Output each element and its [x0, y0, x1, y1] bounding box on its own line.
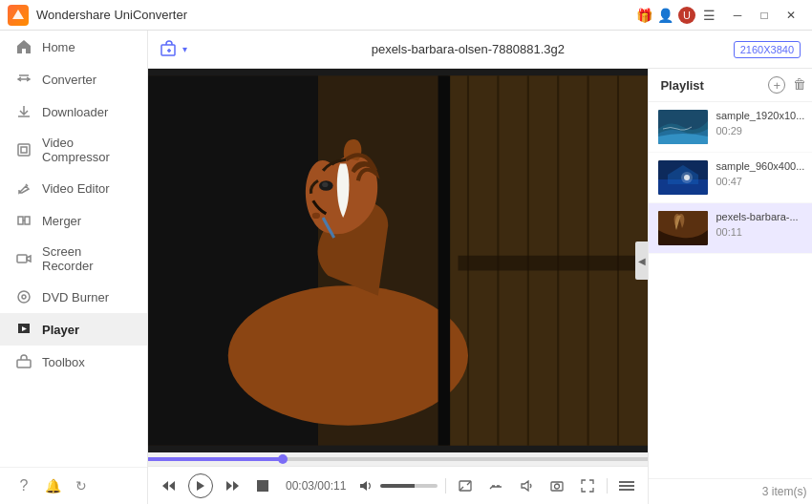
thumbnail-3	[658, 211, 708, 245]
progress-thumb[interactable]	[278, 454, 288, 464]
playlist-item-name: sample_1920x10...	[716, 110, 808, 121]
svg-rect-5	[17, 360, 31, 368]
playlist-item[interactable]: pexels-barbara-... 00:11	[649, 203, 812, 254]
volume-icon[interactable]	[353, 474, 376, 497]
notification-icon[interactable]: 🔔	[44, 477, 61, 494]
help-icon[interactable]: ?	[15, 477, 32, 494]
playlist-count: 3 item(s)	[649, 478, 812, 504]
converter-icon	[15, 71, 32, 88]
collapse-playlist-arrow[interactable]: ◀	[635, 242, 648, 280]
add-file-chevron: ▾	[182, 44, 187, 54]
editor-icon	[15, 179, 32, 197]
svg-marker-25	[197, 481, 204, 491]
skip-back-button[interactable]	[158, 474, 181, 497]
add-to-playlist-button[interactable]: +	[768, 76, 785, 94]
player-header: ▾ pexels-barbara-olsen-7880881.3g2 2160X…	[148, 31, 812, 69]
playlist-item-name: sample_960x400...	[716, 160, 808, 172]
profile-icon[interactable]: U	[678, 7, 695, 24]
screenshot-button[interactable]	[545, 474, 568, 497]
sidebar-item-downloader[interactable]: Downloader	[0, 95, 147, 128]
subtitle-button[interactable]	[484, 474, 507, 497]
player-icon	[15, 321, 32, 338]
progress-track[interactable]	[148, 457, 648, 461]
minimize-button[interactable]: ─	[724, 5, 751, 26]
playlist-item-duration: 00:29	[716, 125, 808, 136]
playlist-item-name: pexels-barbara-...	[716, 211, 808, 222]
sidebar-label-video-editor: Video Editor	[42, 181, 110, 196]
sidebar-item-toolbox[interactable]: Toolbox	[0, 346, 147, 378]
sidebar-label-video-compressor: Video Compressor	[42, 136, 132, 164]
playlist-items: sample_1920x10... 00:29	[649, 102, 812, 478]
app-title: Wondershare UniConverter	[36, 8, 636, 22]
sidebar-item-converter[interactable]: Converter	[0, 63, 147, 95]
playlist-item-duration: 00:11	[716, 226, 808, 238]
sidebar-item-home[interactable]: Home	[0, 31, 147, 63]
playlist-item[interactable]: sample_960x400... 00:47	[649, 153, 812, 203]
svg-point-3	[22, 295, 26, 299]
sidebar-label-merger: Merger	[42, 214, 81, 228]
svg-rect-32	[619, 481, 634, 483]
volume-slider[interactable]	[380, 484, 438, 488]
sidebar-item-video-editor[interactable]: Video Editor	[0, 172, 147, 204]
sidebar-item-dvd-burner[interactable]: DVD Burner	[0, 281, 147, 313]
playlist-item[interactable]: sample_1920x10... 00:29	[649, 102, 812, 153]
sidebar-item-merger[interactable]: Merger	[0, 204, 147, 237]
svg-rect-34	[619, 489, 634, 491]
sidebar-label-player: Player	[42, 323, 79, 337]
svg-marker-27	[233, 481, 239, 491]
svg-point-2	[18, 291, 30, 303]
playlist-item-info: sample_1920x10... 00:29	[716, 110, 808, 144]
user-icon[interactable]: 👤	[657, 8, 673, 23]
svg-point-19	[322, 182, 328, 187]
playlist-item-duration: 00:47	[716, 176, 808, 187]
sidebar-label-dvd-burner: DVD Burner	[42, 290, 109, 304]
sidebar-item-screen-recorder[interactable]: Screen Recorder	[0, 237, 147, 281]
stop-button[interactable]	[251, 474, 274, 497]
remove-from-playlist-button[interactable]: 🗑	[793, 76, 806, 94]
compress-icon	[15, 141, 32, 158]
svg-point-17	[228, 285, 468, 426]
titlebar: Wondershare UniConverter 🎁 👤 U ☰ ─ □ ✕	[0, 0, 812, 31]
fullscreen-button[interactable]	[576, 474, 599, 497]
player-main: ◀	[148, 69, 812, 504]
gift-icon[interactable]: 🎁	[636, 8, 652, 23]
sidebar-label-toolbox: Toolbox	[42, 355, 85, 369]
sync-icon[interactable]: ↻	[73, 477, 90, 494]
volume-area	[353, 474, 438, 497]
svg-rect-33	[619, 485, 634, 487]
svg-marker-23	[162, 481, 168, 491]
sidebar-item-player[interactable]: Player	[0, 313, 147, 346]
maximize-button[interactable]: □	[751, 5, 778, 26]
thumbnail-2	[658, 160, 708, 195]
main-layout: Home Converter Downloader Video Compress…	[0, 31, 812, 504]
svg-rect-21	[438, 75, 451, 445]
playlist-item-info: sample_960x400... 00:47	[716, 160, 808, 195]
svg-marker-26	[226, 481, 232, 491]
sidebar: Home Converter Downloader Video Compress…	[0, 31, 148, 504]
menu-button[interactable]	[615, 474, 638, 497]
fit-screen-button[interactable]	[454, 474, 477, 497]
close-button[interactable]: ✕	[778, 5, 804, 26]
thumbnail-1	[658, 110, 708, 144]
menu-icon[interactable]: ☰	[701, 8, 716, 23]
sidebar-label-screen-recorder: Screen Recorder	[42, 244, 132, 273]
separator-2	[607, 478, 608, 494]
file-title: pexels-barbara-olsen-7880881.3g2	[203, 42, 734, 56]
content-area: ▾ pexels-barbara-olsen-7880881.3g2 2160X…	[148, 31, 812, 504]
playlist-actions: + 🗑	[768, 76, 806, 94]
svg-rect-1	[17, 255, 27, 262]
add-file-button[interactable]: ▾	[160, 40, 187, 59]
play-button[interactable]	[188, 473, 213, 498]
progress-fill	[148, 457, 283, 461]
svg-rect-28	[257, 480, 268, 492]
skip-forward-button[interactable]	[221, 474, 244, 497]
controls-bar: 00:03/00:11	[148, 466, 648, 504]
playlist-item-info: pexels-barbara-... 00:11	[716, 211, 808, 245]
sidebar-label-home: Home	[42, 40, 75, 54]
controls-right	[353, 474, 638, 497]
audio-button[interactable]	[515, 474, 538, 497]
progress-bar-area[interactable]	[148, 452, 648, 466]
playlist-panel: Playlist + 🗑	[648, 69, 812, 504]
dvd-icon	[15, 288, 32, 305]
sidebar-item-video-compressor[interactable]: Video Compressor	[0, 128, 147, 172]
